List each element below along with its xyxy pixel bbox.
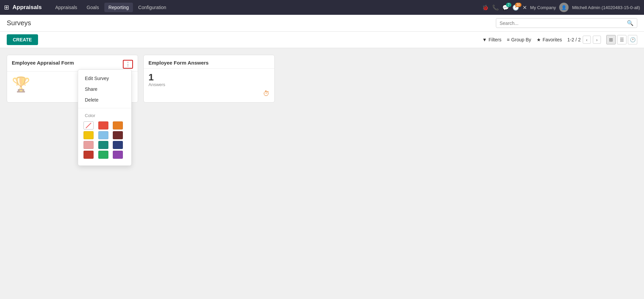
color-swatch-purple[interactable] bbox=[113, 151, 123, 159]
subheader: Surveys 🔍 bbox=[0, 15, 644, 32]
color-swatch-none[interactable] bbox=[83, 121, 94, 129]
color-swatch-yellow[interactable] bbox=[83, 131, 94, 139]
color-swatch-teal[interactable] bbox=[98, 141, 108, 149]
color-label: Color bbox=[78, 111, 131, 119]
color-swatch-lightblue[interactable] bbox=[98, 131, 108, 139]
avatar[interactable]: 👤 bbox=[559, 3, 569, 12]
cards-grid: Employee Appraisal Form ⋮ 🏆 Edit Survey … bbox=[7, 55, 637, 103]
clock-icon[interactable]: ⏱ bbox=[263, 90, 270, 98]
topnav-right: 🐞 📞 💬7 🕐30 ✕ My Company 👤 Mitchell Admin… bbox=[482, 3, 640, 12]
toolbar: CREATE ▼ Filters ≡ Group By ★ Favorites … bbox=[0, 32, 644, 48]
pagination-next[interactable]: › bbox=[593, 36, 601, 44]
favorites-label: Favorites bbox=[543, 37, 562, 42]
activity-view-button[interactable]: 🕐 bbox=[628, 35, 637, 44]
list-view-button[interactable]: ☰ bbox=[617, 35, 626, 44]
filters-label: Filters bbox=[488, 37, 501, 42]
grid-icon[interactable]: ⊞ bbox=[4, 4, 9, 11]
pagination-prev[interactable]: ‹ bbox=[583, 36, 591, 44]
card-header-form-answers: Employee Form Answers bbox=[144, 55, 274, 69]
chat-badge: 7 bbox=[506, 3, 511, 7]
menu-configuration[interactable]: Configuration bbox=[134, 3, 170, 12]
search-input[interactable] bbox=[500, 21, 627, 26]
card-body-form-answers: 1 Answers bbox=[144, 69, 274, 87]
color-swatch-orange[interactable] bbox=[113, 121, 123, 129]
groupby-label: Group By bbox=[511, 37, 531, 42]
survey-card-form-answers: Employee Form Answers 1 Answers ⏱ bbox=[143, 55, 275, 103]
groupby-icon: ≡ bbox=[507, 37, 509, 42]
username: Mitchell Admin (14020483-15-0-all) bbox=[572, 5, 640, 10]
dropdown-divider bbox=[78, 108, 131, 108]
close-icon[interactable]: ✕ bbox=[522, 4, 527, 11]
survey-card-appraisal: Employee Appraisal Form ⋮ 🏆 Edit Survey … bbox=[7, 55, 138, 103]
favorites-button[interactable]: ★ Favorites bbox=[537, 37, 562, 42]
trophy-icon: 🏆 bbox=[12, 76, 30, 93]
menu-goals[interactable]: Goals bbox=[82, 3, 103, 12]
dropdown-edit-survey[interactable]: Edit Survey bbox=[78, 73, 131, 84]
company-name[interactable]: My Company bbox=[530, 5, 556, 10]
bug-icon[interactable]: 🐞 bbox=[482, 4, 489, 11]
answers-label: Answers bbox=[148, 82, 270, 87]
search-bar: 🔍 bbox=[496, 18, 637, 28]
menu-reporting[interactable]: Reporting bbox=[104, 3, 133, 12]
color-swatch-darkblue[interactable] bbox=[113, 141, 123, 149]
chat-icon[interactable]: 💬7 bbox=[502, 4, 509, 11]
filter-icon: ▼ bbox=[482, 37, 487, 42]
color-swatch-red[interactable] bbox=[98, 121, 108, 129]
filters-button[interactable]: ▼ Filters bbox=[482, 37, 501, 42]
dropdown-share[interactable]: Share bbox=[78, 84, 131, 95]
star-icon: ★ bbox=[537, 37, 541, 42]
create-button[interactable]: CREATE bbox=[7, 34, 38, 45]
menu-appraisals[interactable]: Appraisals bbox=[51, 3, 81, 12]
main-content: Employee Appraisal Form ⋮ 🏆 Edit Survey … bbox=[0, 48, 644, 109]
pagination: 1-2 / 2 ‹ › bbox=[567, 36, 601, 44]
page-title: Surveys bbox=[7, 19, 31, 27]
dropdown-menu: Edit Survey Share Delete Color bbox=[78, 69, 132, 166]
color-grid bbox=[78, 119, 131, 162]
color-swatch-green[interactable] bbox=[98, 151, 108, 159]
top-menu: Appraisals Goals Reporting Configuration bbox=[51, 3, 482, 12]
groupby-button[interactable]: ≡ Group By bbox=[507, 37, 531, 42]
card-menu-button-appraisal[interactable]: ⋮ bbox=[123, 60, 133, 69]
top-navigation: ⊞ Appraisals Appraisals Goals Reporting … bbox=[0, 0, 644, 15]
app-name[interactable]: Appraisals bbox=[12, 4, 42, 11]
view-buttons: ⊞ ☰ 🕐 bbox=[606, 35, 637, 44]
card-title-form-answers[interactable]: Employee Form Answers bbox=[148, 60, 209, 66]
color-swatch-crimson[interactable] bbox=[83, 151, 94, 159]
grid-view-button[interactable]: ⊞ bbox=[606, 35, 616, 44]
activity-badge: 30 bbox=[515, 3, 521, 7]
color-swatch-darkred[interactable] bbox=[113, 131, 123, 139]
answers-count: 1 bbox=[148, 73, 270, 82]
pagination-text: 1-2 / 2 bbox=[567, 37, 581, 42]
answers-row: ⏱ bbox=[144, 87, 274, 102]
search-icon[interactable]: 🔍 bbox=[627, 20, 634, 26]
dropdown-delete[interactable]: Delete bbox=[78, 95, 131, 105]
card-title-appraisal[interactable]: Employee Appraisal Form bbox=[12, 60, 74, 66]
toolbar-right: ▼ Filters ≡ Group By ★ Favorites 1-2 / 2… bbox=[482, 35, 637, 44]
phone-icon[interactable]: 📞 bbox=[492, 4, 499, 11]
color-swatch-pink[interactable] bbox=[83, 141, 94, 149]
activity-icon[interactable]: 🕐30 bbox=[512, 4, 519, 11]
